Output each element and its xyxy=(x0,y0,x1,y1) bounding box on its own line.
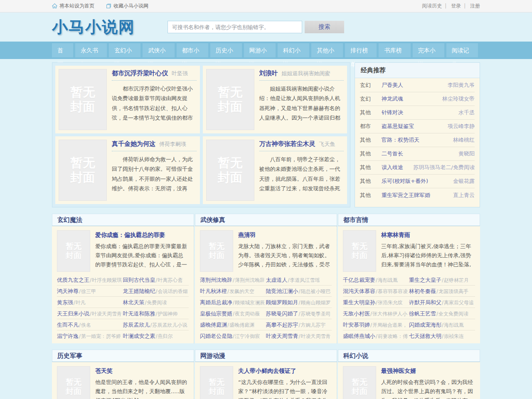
book-title-link[interactable]: 天王归来小说 xyxy=(57,310,89,317)
book-title-link[interactable]: 刘浪叶 xyxy=(259,69,278,77)
book-title-link[interactable]: 温宁许逸 xyxy=(57,333,79,339)
book-title-link[interactable]: 林寒林青雨 xyxy=(381,232,475,239)
login-link[interactable]: 登录 xyxy=(451,3,461,9)
nav-history[interactable]: 历史小说 xyxy=(210,43,242,57)
search-input[interactable] xyxy=(167,21,302,33)
book-title-link[interactable]: 叶澜成安之素 xyxy=(123,333,155,339)
book-description: 龙脉大陆，万族林立，宗门无数，武者为尊。强者毁天灭地，弱者匍匐如蚁。少年陈枫，丹… xyxy=(238,242,332,270)
no-cover-placeholder: 暂无封面 xyxy=(65,378,82,396)
book-list-row: 闪婚老公是隐江宁冷御宸 叶凌天周雪青叶凌天周雪青 xyxy=(200,330,332,342)
nav-completed[interactable]: 完本小说 xyxy=(413,43,444,57)
book-cover[interactable]: 暂无封面 xyxy=(57,366,90,399)
book-title-link[interactable]: 无敌小村医 xyxy=(343,310,370,317)
book-title-link[interactable]: 薄荆州沈晚辞 xyxy=(200,277,232,283)
reading-history-link[interactable]: 阅读历史 xyxy=(422,3,442,9)
book-title-link[interactable]: 神龙武魂 xyxy=(382,95,440,103)
book-title-link[interactable]: 叶无道和陈雅 xyxy=(123,310,155,317)
book-author: 李阳黄九爷 xyxy=(448,81,475,89)
book-list-row: 重生大明皇孙张浩朱允炆 许默开局和父离家后父母追 xyxy=(343,297,475,308)
book-category: 都市 xyxy=(360,123,382,130)
book-title-link[interactable]: 叶安慕羽婵 xyxy=(343,322,370,328)
book-cover[interactable]: 暂无封面 xyxy=(200,230,233,272)
book-title-link[interactable]: 二号首长 xyxy=(382,150,456,158)
book-title-link[interactable]: 离婚后总裁净 xyxy=(200,299,232,305)
featured-book-card: 暂无封面 都市沉浮乔梁叶心仪叶坚强 都市沉浮乔梁叶心仪叶坚强小说免费读最新章节阅… xyxy=(55,66,200,133)
nav-ranking[interactable]: 排行榜单 xyxy=(345,43,377,57)
section-wuxia: 武侠修真 暂无封面 燕清羽 龙脉大陆，万族林立，宗门无数，武者为尊。强者毁天灭地… xyxy=(195,214,337,343)
book-cover[interactable]: 暂无封面 xyxy=(206,140,254,201)
book-list-row: 皇极仙宗赘婿夜玄周幼薇 苏晓曼闪婚了苏晓曼季圣司 xyxy=(200,308,332,319)
book-title-link[interactable]: 叶凡秋沐橙 xyxy=(200,288,227,294)
book-title-link[interactable]: 重生之大皇子 xyxy=(409,277,441,283)
nav-bookshelf[interactable]: 永久书架 xyxy=(75,43,107,57)
book-title-link[interactable]: 尸香美人 xyxy=(382,81,445,89)
book-title-link[interactable]: 鸿天神尊 xyxy=(57,288,79,294)
book-title-link[interactable]: 真千金她为何这 xyxy=(112,140,155,148)
book-title-link[interactable]: 陆竞池江澜小 xyxy=(266,288,298,294)
book-title-link[interactable]: 龙王婿陆榆纪 xyxy=(123,288,155,294)
book-title-link[interactable]: 万古神帝张若尘木灵 xyxy=(259,140,315,148)
book-cover[interactable]: 暂无封面 xyxy=(200,366,233,399)
book-author: 免费阅读 xyxy=(145,300,167,305)
book-title-link[interactable]: 回到古代当皇 xyxy=(123,277,155,283)
book-title-link[interactable]: 夫人带小鲜肉去领证了 xyxy=(238,367,332,375)
book-title-link[interactable]: 混沌天体慕容 xyxy=(343,288,375,294)
book-title-link[interactable]: 针锋对决 xyxy=(382,109,456,116)
book-cover[interactable]: 暂无封面 xyxy=(59,140,107,201)
book-title-link[interactable]: 重生大明皇孙 xyxy=(343,299,375,305)
book-title-link[interactable]: 最强神医女婿 xyxy=(381,367,475,375)
book-title-link[interactable]: 燕清羽 xyxy=(238,232,332,239)
no-cover-placeholder: 暂无封面 xyxy=(217,85,244,114)
book-title-link[interactable]: 闪婚成宠海彤 xyxy=(409,322,441,328)
nav-fantasy[interactable]: 玄幻小说 xyxy=(109,43,140,57)
book-description: 八百年前，明帝之子张若尘，被他的未婚妻池瑶公主杀死，一代天骄，就此陨落。八百年后… xyxy=(259,155,344,194)
register-link[interactable]: 注册 xyxy=(470,3,480,9)
book-cover[interactable]: 暂无封面 xyxy=(343,230,376,272)
book-title-link[interactable]: 爱你成瘾：偏执霸总的罪妻 xyxy=(95,232,189,239)
nav-urban[interactable]: 都市小说 xyxy=(177,43,208,57)
search-button[interactable]: 搜索 xyxy=(305,21,344,33)
nav-other[interactable]: 其他小说 xyxy=(311,43,343,57)
book-title-link[interactable]: 黄东强 xyxy=(57,299,73,305)
nav-scifi[interactable]: 科幻小说 xyxy=(278,43,309,57)
book-title-link[interactable]: 太虚道人 xyxy=(266,277,288,283)
book-title-link[interactable]: 千亿总裁宠妻 xyxy=(343,277,375,283)
book-title-link[interactable]: 闪婚老公是隐 xyxy=(200,333,232,339)
book-title-link[interactable]: 苍天笑 xyxy=(95,367,189,375)
book-title-link[interactable]: 生而不凡 xyxy=(57,322,79,328)
site-logo[interactable]: 小马小说网 xyxy=(52,17,167,38)
book-cover[interactable]: 暂无封面 xyxy=(59,69,107,130)
nav-wuxia[interactable]: 武侠小说 xyxy=(143,43,174,57)
bookmark-site-link[interactable]: 收藏小马小说网 xyxy=(106,2,148,10)
book-cover[interactable]: 暂无封面 xyxy=(343,366,376,399)
book-cover[interactable]: 暂无封面 xyxy=(206,69,254,130)
book-title-link[interactable]: 优质九玄之王 xyxy=(57,277,89,283)
book-title-link[interactable]: 叶凌天周雪青 xyxy=(266,333,298,339)
nav-library-rank[interactable]: 书库榜单 xyxy=(379,43,410,57)
set-homepage-link[interactable]: 将本站设为首页 xyxy=(52,2,94,10)
book-title-link[interactable]: 高攀不起苏宇 xyxy=(266,322,298,328)
book-title-link[interactable]: 顾烟罗顾如月 xyxy=(266,299,298,305)
book-title-link[interactable]: 苏辰孟欣儿 xyxy=(123,322,150,328)
book-title-link[interactable]: 官路：权势滔天 xyxy=(382,136,451,144)
book-title-link[interactable]: 都市沉浮乔梁叶心仪 xyxy=(112,69,168,77)
book-title-link[interactable]: 盛晚傅庭渊 xyxy=(200,322,227,328)
book-title-link[interactable]: 苏晓曼闪婚了 xyxy=(266,310,298,317)
book-title-link[interactable]: 七天拯救大明 xyxy=(409,333,441,339)
book-cover[interactable]: 暂无封面 xyxy=(57,230,90,272)
nav-game[interactable]: 网游小说 xyxy=(244,43,276,57)
book-title-link[interactable]: 林初冬秦薇 xyxy=(409,288,436,294)
book-title-link[interactable]: 林北天策 xyxy=(123,299,145,305)
bookmark-site-label: 收藏小马小说网 xyxy=(113,2,148,10)
book-title-link[interactable]: 盛眠傅燕城小 xyxy=(343,333,375,339)
nav-home[interactable]: 首页 xyxy=(52,43,73,57)
book-title-link[interactable]: 重生军营之王牌军婚 xyxy=(382,192,451,199)
nav-reading-record[interactable]: 阅读记录 xyxy=(446,43,478,57)
book-title-link[interactable]: 徐帆王艺雪 xyxy=(409,310,436,317)
book-title-link[interactable]: 乐可(校对版+番外) xyxy=(382,177,451,185)
book-title-link[interactable]: 许默开局和父 xyxy=(409,299,441,305)
book-title-link[interactable]: 盗墓悬疑鉴宝 xyxy=(382,123,445,130)
book-title-link[interactable]: 皇极仙宗赘婿 xyxy=(200,310,232,317)
book-title-link[interactable]: 误入歧途 xyxy=(382,164,411,171)
book-author: 黄晓阳 xyxy=(458,150,475,158)
